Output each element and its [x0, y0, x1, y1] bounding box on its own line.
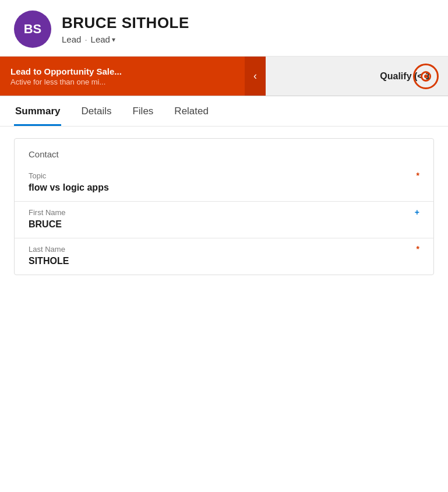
last-name-required-indicator: * [417, 244, 419, 254]
first-name-value[interactable]: BRUCE [29, 219, 419, 230]
target-outer-ring [413, 64, 439, 89]
tab-details[interactable]: Details [80, 96, 112, 126]
field-row-topic[interactable]: Topic * flow vs logic apps [15, 165, 433, 202]
record-type-dropdown[interactable]: Lead ▾ [91, 34, 115, 44]
first-name-label-text: First Name [29, 208, 66, 217]
tab-summary[interactable]: Summary [14, 96, 61, 126]
last-name-label-text: Last Name [29, 245, 65, 254]
contact-card: Contact Topic * flow vs logic apps First… [14, 138, 434, 275]
contact-name: BRUCE SITHOLE [62, 14, 189, 32]
tab-files[interactable]: Files [131, 96, 154, 126]
process-stage-title: Lead to Opportunity Sale... [10, 66, 234, 76]
header-text: BRUCE SITHOLE Lead · Lead ▾ [62, 14, 189, 44]
target-center-dot [424, 75, 428, 78]
tab-bar: Summary Details Files Related [0, 96, 448, 126]
field-row-last-name[interactable]: Last Name * SITHOLE [15, 238, 433, 275]
topic-required-indicator: * [417, 171, 419, 180]
dot-separator: · [84, 34, 87, 44]
header-subtitle: Lead · Lead ▾ [62, 34, 189, 44]
process-active-stage: Lead to Opportunity Sale... Active for l… [0, 57, 245, 96]
entity-type-label: Lead [62, 34, 81, 44]
field-label-first-name: First Name + [29, 208, 419, 217]
field-label-last-name: Last Name * [29, 244, 419, 254]
first-name-required-indicator: + [415, 208, 419, 217]
topic-label-text: Topic [29, 171, 46, 180]
process-chevron-button[interactable]: ‹ [245, 57, 266, 96]
process-stage-subtitle: Active for less than one mi... [10, 78, 234, 86]
field-label-topic: Topic * [29, 171, 419, 180]
last-name-value[interactable]: SITHOLE [29, 256, 419, 266]
chevron-down-icon: ▾ [112, 36, 115, 44]
page-header: BS BRUCE SITHOLE Lead · Lead ▾ [0, 0, 448, 57]
process-bar: Lead to Opportunity Sale... Active for l… [0, 57, 448, 96]
target-icon [413, 64, 439, 89]
topic-value[interactable]: flow vs logic apps [29, 182, 419, 193]
process-right-section: Qualify (< 1 [266, 57, 448, 96]
target-inner-ring [421, 71, 431, 82]
tab-related[interactable]: Related [173, 96, 210, 126]
avatar: BS [14, 10, 51, 48]
field-row-first-name[interactable]: First Name + BRUCE [15, 202, 433, 238]
record-type-label: Lead [91, 34, 110, 44]
contact-section-title: Contact [15, 139, 433, 165]
